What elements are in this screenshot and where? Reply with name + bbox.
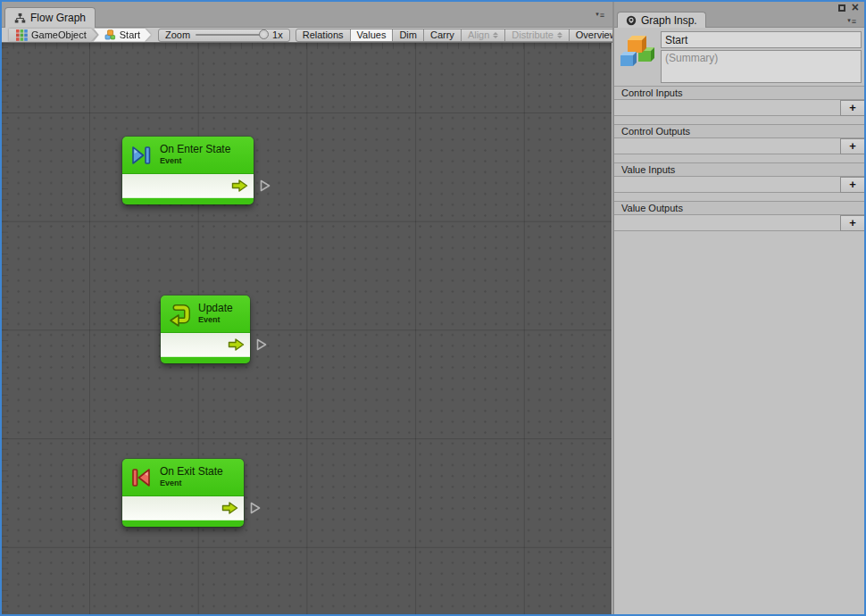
control-inputs-list: + <box>614 100 864 116</box>
graph-summary-input[interactable] <box>661 50 862 83</box>
tab-flow-graph[interactable]: Flow Graph <box>4 7 96 28</box>
align-button-label: Align <box>468 29 489 40</box>
tab-flow-graph-label: Flow Graph <box>30 12 86 24</box>
section-header-value-outputs: Value Outputs <box>614 201 864 215</box>
add-value-input-button[interactable]: + <box>840 177 864 193</box>
add-control-input-button[interactable]: + <box>840 100 864 116</box>
node-on-exit-state-titles: On Exit State Event <box>160 466 223 487</box>
carry-button-label: Carry <box>430 29 454 40</box>
graph-boxes-icon <box>617 31 658 72</box>
flow-graph-window: Flow Graph ▾≡ GameObject <box>0 0 866 616</box>
tab-graph-inspector-label: Graph Insp. <box>641 14 697 27</box>
port-connector-triangle-icon[interactable] <box>255 337 268 352</box>
overview-button-label: Overview <box>576 29 617 40</box>
control-outputs-list: + <box>614 138 864 154</box>
summary-fields <box>661 31 862 83</box>
flow-graph-panel: Flow Graph ▾≡ GameObject <box>2 2 612 614</box>
zoom-label: Zoom <box>165 29 190 40</box>
control-output-port[interactable] <box>230 179 249 193</box>
node-title: Update <box>198 303 233 315</box>
node-update-header: Update Event <box>161 296 250 333</box>
port-connector-triangle-icon[interactable] <box>259 179 271 193</box>
node-update-footer <box>161 356 250 363</box>
align-button[interactable]: Align <box>461 29 505 42</box>
graph-inspector-panel: × Graph Insp. ▾≡ <box>614 2 864 614</box>
breadcrumb: GameObject Start <box>9 29 151 42</box>
update-icon <box>166 301 193 328</box>
section-header-control-outputs: Control Outputs <box>614 124 864 138</box>
breadcrumb-start-label: Start <box>120 29 140 40</box>
node-update[interactable]: Update Event <box>161 296 250 363</box>
inspector-tab-bar: Graph Insp. ▾≡ <box>614 13 864 28</box>
distribute-dropdown-icon <box>557 32 562 38</box>
graph-canvas[interactable]: On Enter State Event <box>2 43 612 614</box>
zoom-slider[interactable] <box>196 34 267 36</box>
node-on-exit-state-footer <box>122 520 244 527</box>
add-value-output-button[interactable]: + <box>840 215 864 231</box>
tab-graph-inspector[interactable]: Graph Insp. <box>617 12 706 28</box>
maximize-icon[interactable] <box>838 4 845 12</box>
node-on-enter-state-footer <box>122 197 254 204</box>
node-on-enter-state[interactable]: On Enter State Event <box>122 137 254 204</box>
node-update-titles: Update Event <box>198 303 233 324</box>
align-dropdown-icon <box>493 32 498 38</box>
gameobject-grid-icon <box>16 29 28 41</box>
values-button[interactable]: Values <box>350 29 394 42</box>
dim-button[interactable]: Dim <box>392 29 424 42</box>
control-output-port[interactable] <box>227 337 246 352</box>
value-outputs-list: + <box>614 215 864 231</box>
zoom-control: Zoom 1x <box>158 29 290 42</box>
section-header-control-inputs: Control Inputs <box>614 86 864 100</box>
node-on-enter-state-body <box>122 174 254 197</box>
breadcrumb-gameobject[interactable]: GameObject <box>9 29 97 42</box>
node-on-enter-state-titles: On Enter State Event <box>160 144 230 165</box>
close-icon[interactable]: × <box>852 4 859 12</box>
enter-state-icon <box>128 142 154 169</box>
node-subtitle: Event <box>160 479 223 487</box>
carry-button[interactable]: Carry <box>423 29 462 42</box>
relations-button-label: Relations <box>303 29 344 40</box>
breadcrumb-gameobject-label: GameObject <box>31 29 87 40</box>
control-output-port[interactable] <box>221 501 239 515</box>
zoom-slider-thumb[interactable] <box>259 29 269 39</box>
node-update-body <box>161 333 250 356</box>
flow-graph-icon <box>14 12 26 24</box>
start-cube-icon <box>104 29 116 40</box>
left-tab-bar: Flow Graph ▾≡ <box>2 2 612 28</box>
graph-toolbar: GameObject Start Zoom 1x Rel <box>2 28 612 43</box>
graph-title-input[interactable] <box>661 31 862 48</box>
node-subtitle: Event <box>160 156 230 165</box>
node-on-exit-state-body <box>122 496 244 520</box>
dim-button-label: Dim <box>399 29 417 40</box>
distribute-button-label: Distribute <box>512 29 553 40</box>
node-title: On Enter State <box>160 144 230 156</box>
pane-menu-icon[interactable]: ▾≡ <box>847 16 857 26</box>
node-subtitle: Event <box>198 315 233 324</box>
orange-cube <box>628 36 646 53</box>
values-button-label: Values <box>357 29 387 40</box>
add-control-output-button[interactable]: + <box>840 138 864 154</box>
node-on-exit-state[interactable]: On Exit State Event <box>122 459 244 527</box>
zoom-level-value: 1x <box>272 29 283 40</box>
breadcrumb-start[interactable]: Start <box>94 29 151 42</box>
blue-cube <box>620 52 637 66</box>
node-on-exit-state-header: On Exit State Event <box>122 459 244 496</box>
node-on-enter-state-header: On Enter State Event <box>122 137 254 174</box>
graph-inspector-icon <box>626 15 637 26</box>
exit-state-icon <box>128 464 154 491</box>
inspector-content: Control Inputs + Control Outputs + Value… <box>614 29 864 614</box>
value-inputs-list: + <box>614 177 864 193</box>
graph-summary-block <box>614 29 864 83</box>
port-connector-triangle-icon[interactable] <box>249 501 262 515</box>
relations-button[interactable]: Relations <box>296 29 351 42</box>
pane-menu-icon[interactable]: ▾≡ <box>595 10 605 20</box>
distribute-button[interactable]: Distribute <box>504 29 569 42</box>
section-header-value-inputs: Value Inputs <box>614 162 864 177</box>
node-title: On Exit State <box>160 466 223 479</box>
